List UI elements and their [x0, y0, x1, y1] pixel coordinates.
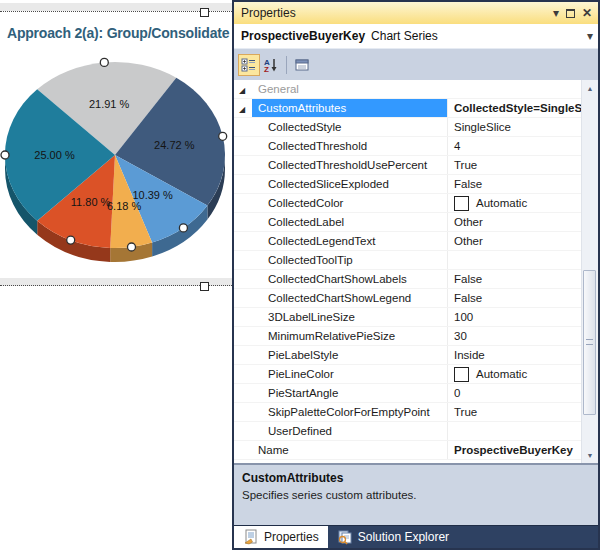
property-name-cell[interactable]: CollectedStyle [252, 118, 447, 136]
property-value-cell[interactable]: Automatic [447, 365, 581, 383]
tab-solution-explorer[interactable]: Solution Explorer [328, 526, 458, 548]
category-label: General [252, 80, 581, 98]
expand-icon[interactable] [239, 102, 245, 114]
property-value-cell[interactable]: 30 [447, 327, 581, 345]
property-name-cell[interactable]: CollectedChartShowLabels [252, 270, 447, 288]
float-window-icon[interactable] [566, 9, 575, 18]
window-buttons [553, 8, 592, 19]
tab-properties-label: Properties [264, 530, 319, 544]
category-expand-icon[interactable] [239, 83, 245, 95]
property-name-cell[interactable]: CollectedLegendText [252, 232, 447, 250]
property-row[interactable]: CollectedChartShowLabelsFalse [234, 270, 581, 289]
report-designer-canvas: Approach 2(a): Group/Consolidate 21.91 %… [0, 0, 232, 550]
scroll-up-icon[interactable] [582, 80, 598, 96]
property-name-cell[interactable]: 3DLabelLineSize [252, 308, 447, 326]
selected-object-type: Chart Series [371, 29, 438, 43]
property-value-cell[interactable]: True [447, 156, 581, 174]
selection-handle[interactable] [179, 224, 187, 232]
property-value-cell[interactable]: False [447, 289, 581, 307]
chart-selection-border-bottom [0, 285, 232, 286]
categorized-icon [241, 57, 257, 73]
property-name-cell[interactable]: CollectedToolTip [252, 251, 447, 269]
property-row[interactable]: CollectedLegendTextOther [234, 232, 581, 251]
selection-handle[interactable] [1, 151, 9, 159]
property-value-cell[interactable]: SingleSlice [447, 118, 581, 136]
object-selector-combobox[interactable]: ProspectiveBuyerKey Chart Series [234, 24, 598, 49]
property-name-cell[interactable]: MinimumRelativePieSize [252, 327, 447, 345]
property-grid-scrollbar[interactable] [581, 80, 598, 463]
property-name-cell[interactable]: CollectedSliceExploded [252, 175, 447, 193]
property-value-cell[interactable]: Automatic [447, 194, 581, 212]
selection-handle[interactable] [100, 58, 108, 66]
property-row[interactable]: CollectedToolTip [234, 251, 581, 270]
property-row[interactable]: CollectedThreshold4 [234, 137, 581, 156]
property-row[interactable]: 3DLabelLineSize100 [234, 308, 581, 327]
property-row[interactable]: CollectedColorAutomatic [234, 194, 581, 213]
property-value-cell[interactable]: Other [447, 213, 581, 231]
property-row[interactable]: UserDefined [234, 422, 581, 441]
combobox-dropdown-icon[interactable] [587, 29, 593, 43]
window-position-icon[interactable] [553, 8, 559, 19]
property-name-cell[interactable]: CustomAttributes [252, 99, 447, 117]
pie-chart[interactable]: 21.91 %24.72 %10.39 %6.18 %11.80 %25.00 … [0, 45, 232, 277]
property-grid: GeneralCustomAttributesCollectedStyle=Si… [234, 80, 581, 463]
selection-handle[interactable] [219, 132, 227, 140]
tab-properties[interactable]: Properties [234, 526, 328, 548]
close-icon[interactable] [582, 8, 592, 19]
selection-handle[interactable] [67, 236, 75, 244]
property-value-text: ProspectiveBuyerKey [454, 444, 573, 456]
property-value-cell[interactable] [447, 251, 581, 269]
category-row-general[interactable]: General [234, 80, 581, 99]
property-value-cell[interactable] [447, 422, 581, 440]
alphabetical-sort-button[interactable]: A Z [260, 54, 282, 76]
property-name-cell[interactable]: UserDefined [252, 422, 447, 440]
properties-window: Properties ProspectiveBuyerKey Chart Ser… [232, 0, 600, 550]
property-value-text: True [454, 159, 477, 171]
pie-slice-label: 6.18 % [107, 200, 141, 212]
property-value-cell[interactable]: Inside [447, 346, 581, 364]
property-value-cell[interactable]: 0 [447, 384, 581, 402]
property-value-cell[interactable]: False [447, 270, 581, 288]
property-name-cell[interactable]: PieLabelStyle [252, 346, 447, 364]
property-name-cell[interactable]: PieLineColor [252, 365, 447, 383]
property-name-cell[interactable]: CollectedThresholdUsePercent [252, 156, 447, 174]
property-name-cell[interactable]: CollectedLabel [252, 213, 447, 231]
chart-resize-handle-bottom[interactable] [200, 282, 209, 291]
property-value-cell[interactable]: True [447, 403, 581, 421]
property-value-cell[interactable]: Other [447, 232, 581, 250]
property-row[interactable]: PieStartAngle0 [234, 384, 581, 403]
chart-resize-handle-top[interactable] [200, 8, 209, 17]
property-row[interactable]: CollectedSliceExplodedFalse [234, 175, 581, 194]
property-row[interactable]: NameProspectiveBuyerKey [234, 441, 581, 460]
property-row[interactable]: CollectedChartShowLegendFalse [234, 289, 581, 308]
property-name-cell[interactable]: CollectedColor [252, 194, 447, 212]
property-value-cell[interactable]: 4 [447, 137, 581, 155]
categorized-button[interactable] [238, 54, 260, 76]
property-row[interactable]: MinimumRelativePieSize30 [234, 327, 581, 346]
property-row[interactable]: PieLabelStyleInside [234, 346, 581, 365]
property-pages-button[interactable] [291, 54, 313, 76]
property-name-cell[interactable]: PieStartAngle [252, 384, 447, 402]
property-name-cell[interactable]: CollectedChartShowLegend [252, 289, 447, 307]
property-value-cell[interactable]: False [447, 175, 581, 193]
property-row[interactable]: CollectedThresholdUsePercentTrue [234, 156, 581, 175]
property-name-cell[interactable]: CollectedThreshold [252, 137, 447, 155]
scroll-down-icon[interactable] [582, 447, 598, 463]
svg-text:Z: Z [264, 65, 269, 73]
property-row[interactable]: PieLineColorAutomatic [234, 365, 581, 384]
property-row[interactable]: CustomAttributesCollectedStyle=SingleS [234, 99, 581, 118]
property-value-cell[interactable]: 100 [447, 308, 581, 326]
property-row[interactable]: CollectedStyleSingleSlice [234, 118, 581, 137]
property-row[interactable]: SkipPaletteColorForEmptyPointTrue [234, 403, 581, 422]
property-row[interactable]: CollectedLabelOther [234, 213, 581, 232]
chart-title[interactable]: Approach 2(a): Group/Consolidate [7, 25, 229, 41]
properties-tab-icon [243, 529, 259, 545]
property-name-cell[interactable]: SkipPaletteColorForEmptyPoint [252, 403, 447, 421]
property-value-cell[interactable]: ProspectiveBuyerKey [447, 441, 581, 459]
scrollbar-thumb[interactable] [583, 270, 596, 415]
property-name-cell[interactable]: Name [252, 441, 447, 459]
property-value-cell[interactable]: CollectedStyle=SingleS [447, 99, 581, 117]
selection-handle[interactable] [128, 243, 136, 251]
tool-window-tabstrip: Properties Solution Explorer [234, 525, 598, 548]
properties-titlebar: Properties [234, 2, 598, 24]
